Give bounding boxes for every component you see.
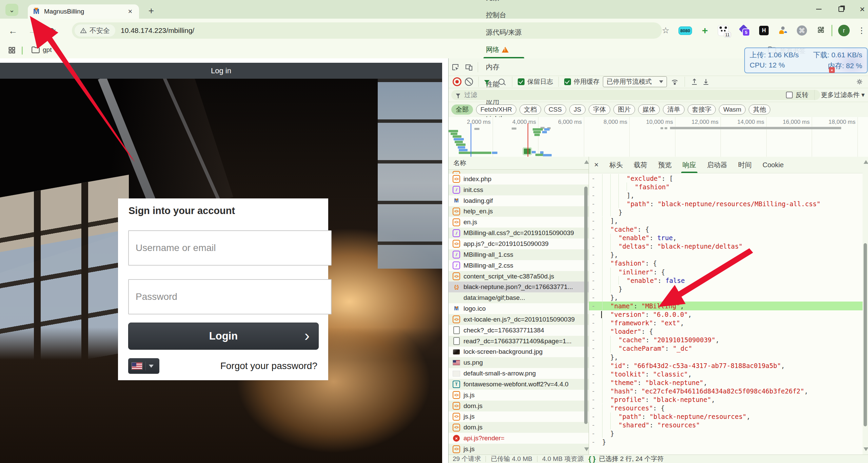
fold-marker[interactable]: - — [589, 387, 598, 395]
forgot-password-link[interactable]: Forgot your password? — [220, 361, 317, 371]
fold-marker[interactable]: - — [589, 370, 598, 378]
fold-marker[interactable]: - — [589, 243, 598, 250]
record-network-log-icon[interactable] — [453, 77, 461, 86]
response-tab[interactable]: 启动器 — [702, 157, 733, 173]
fold-marker[interactable]: - — [589, 251, 598, 258]
request-type-chip[interactable]: 图片 — [613, 104, 635, 115]
fold-marker[interactable]: - — [589, 183, 598, 191]
request-type-chip[interactable]: 其他 — [749, 104, 770, 115]
fold-marker[interactable]: - — [589, 328, 598, 335]
response-tab[interactable]: 时间 — [733, 157, 757, 173]
profile-avatar[interactable]: r — [837, 23, 851, 38]
request-list-scrollbar[interactable] — [583, 157, 589, 455]
filter-input[interactable]: 过滤 — [451, 90, 820, 100]
request-row[interactable]: <> help_en.js — [449, 206, 589, 217]
request-row[interactable]: lock-screen-background.jpg — [449, 347, 589, 358]
browser-tab[interactable]: M MagnusBilling × — [28, 4, 139, 19]
password-field[interactable] — [128, 279, 332, 314]
bookmark-star-icon[interactable]: ☆ — [662, 25, 669, 35]
request-row[interactable]: <> app.js?_dc=20191015090039 — [449, 238, 589, 249]
response-tab[interactable]: 预览 — [653, 157, 677, 173]
disable-cache-checkbox[interactable]: 停用缓存 — [564, 77, 599, 86]
more-filters-dropdown[interactable]: 更多过滤条件 ▾ — [821, 91, 865, 99]
devtools-tab[interactable]: 内存 — [480, 58, 528, 76]
request-row[interactable]: <> index.php — [449, 174, 589, 185]
request-row[interactable]: / MBilling-all.css?_dc=20191015090039 — [449, 228, 589, 238]
fold-marker[interactable]: - — [589, 285, 598, 293]
window-restore-button[interactable] — [835, 3, 847, 15]
fold-marker[interactable]: - — [589, 379, 598, 386]
window-minimize-button[interactable] — [813, 3, 825, 15]
window-close-button[interactable]: × — [856, 3, 868, 15]
reload-button[interactable]: ⟳ — [45, 24, 59, 38]
overlay-close-icon[interactable]: × — [829, 67, 835, 73]
extension-8080-icon[interactable]: 8080 — [678, 23, 692, 38]
request-row[interactable]: read?_dc=1766337711409&page=1... — [449, 336, 589, 347]
extension-person-icon[interactable] — [776, 23, 790, 38]
extension-panda-icon[interactable]: 11 — [716, 23, 730, 38]
scroll-down-icon[interactable] — [584, 447, 589, 451]
fold-marker[interactable]: - — [589, 302, 598, 310]
request-row[interactable]: {;} black-neptune.json?_dc=176633771... — [449, 282, 589, 292]
fold-marker[interactable]: - — [589, 234, 598, 242]
request-type-chip[interactable]: 清单 — [663, 104, 685, 115]
fold-marker[interactable]: - — [589, 268, 598, 276]
request-list-header[interactable]: 名称 — [449, 157, 589, 170]
username-field[interactable] — [128, 230, 332, 266]
scroll-down-icon[interactable] — [864, 447, 868, 451]
filter-icon[interactable] — [484, 80, 490, 83]
search-icon[interactable] — [498, 79, 505, 85]
import-har-icon[interactable] — [690, 78, 698, 86]
extension-h-icon[interactable]: H — [757, 23, 771, 38]
request-type-chip[interactable]: CSS — [544, 104, 566, 115]
response-tab[interactable]: 响应 — [677, 157, 702, 173]
close-response-pane-icon[interactable]: × — [589, 157, 604, 173]
login-button[interactable]: Login › — [128, 323, 319, 350]
fold-marker[interactable]: - — [589, 396, 598, 403]
request-row[interactable]: / init.css — [449, 185, 589, 195]
fold-marker[interactable]: - — [589, 217, 598, 225]
language-dropdown[interactable] — [128, 358, 159, 374]
response-json-view[interactable]: - "exclude": [ - "fashion" - — [589, 173, 863, 455]
extension-adder-icon[interactable]: + — [698, 23, 712, 38]
fold-marker[interactable]: - — [589, 362, 598, 369]
network-overview-timeline[interactable]: 2,000 ms4,000 ms6,000 ms8,000 ms10,000 m… — [449, 117, 868, 157]
extensions-puzzle-icon[interactable] — [814, 23, 828, 38]
scroll-up-icon[interactable] — [864, 160, 868, 164]
fold-marker[interactable]: - — [589, 336, 598, 344]
request-row[interactable]: <> js.js — [449, 444, 589, 455]
request-row[interactable]: <> js.js — [449, 411, 589, 422]
request-type-chip[interactable]: 文档 — [519, 104, 541, 115]
fold-marker[interactable]: - — [589, 413, 598, 420]
fold-marker[interactable]: - — [589, 294, 598, 301]
request-row[interactable]: <> dom.js — [449, 422, 589, 433]
request-type-chip[interactable]: JS — [569, 104, 586, 115]
extension-command-icon[interactable]: ⌘ — [795, 23, 809, 38]
request-row[interactable]: us.png — [449, 357, 589, 368]
device-toolbar-icon[interactable] — [462, 61, 476, 73]
request-row[interactable]: check?_dc=1766337711384 — [449, 325, 589, 336]
preserve-log-checkbox[interactable]: 保留日志 — [518, 77, 553, 86]
request-row[interactable]: × api.js?render= — [449, 433, 589, 444]
fold-marker[interactable]: - — [589, 438, 598, 446]
invert-filter-checkbox[interactable]: 反转 — [786, 91, 808, 99]
fold-marker[interactable]: - — [589, 311, 598, 318]
omnibox[interactable]: 不安全 10.48.174.223/mbilling/ — [72, 22, 662, 39]
request-type-chip[interactable]: 字体 — [589, 104, 610, 115]
request-row[interactable]: default-small-s-arrow.png — [449, 368, 589, 379]
network-settings-gear-icon[interactable] — [856, 78, 863, 85]
inspect-element-icon[interactable] — [449, 61, 462, 73]
fold-marker[interactable]: - — [589, 319, 598, 327]
fold-marker[interactable]: - — [589, 192, 598, 199]
request-row[interactable]: T fontawesome-webfont.woff2?v=4.4.0 — [449, 379, 589, 390]
fold-marker[interactable]: - — [589, 209, 598, 216]
response-tab[interactable]: 标头 — [604, 157, 628, 173]
devtools-tab[interactable]: 网络 — [480, 41, 528, 58]
request-row[interactable]: data:image/gif;base... — [449, 292, 589, 303]
fold-marker[interactable]: - — [589, 259, 598, 267]
response-tab[interactable]: 载荷 — [628, 157, 653, 173]
request-row[interactable]: <> ext-locale-en.js?_dc=20191015090039 — [449, 314, 589, 325]
fold-marker[interactable]: - — [589, 404, 598, 412]
fold-marker[interactable]: - — [589, 226, 598, 233]
clear-network-log-icon[interactable] — [465, 78, 473, 86]
